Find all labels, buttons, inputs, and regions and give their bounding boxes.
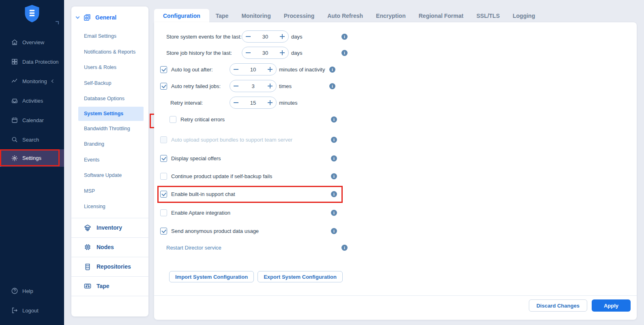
discard-changes-button[interactable]: Discard Changes bbox=[529, 299, 587, 312]
subnav-item-self-backup[interactable]: Self-Backup bbox=[71, 75, 148, 91]
auto-logout-stepper[interactable]: 10 bbox=[230, 63, 277, 75]
subnav-item-software-update[interactable]: Software Update bbox=[71, 168, 148, 183]
decrement-button[interactable] bbox=[242, 31, 254, 42]
sidebar-item-data-protection[interactable]: Data Protection bbox=[0, 52, 64, 71]
subnav-section-nodes[interactable]: Nodes bbox=[71, 237, 148, 257]
tab-monitoring[interactable]: Monitoring bbox=[235, 9, 277, 22]
sidebar-item-label: Help bbox=[22, 288, 33, 294]
decrement-button[interactable] bbox=[230, 80, 242, 92]
sidebar-item-monitoring[interactable]: Monitoring bbox=[0, 71, 64, 91]
export-config-button[interactable]: Export System Configuration bbox=[258, 271, 343, 282]
anonymous-data-checkbox[interactable] bbox=[160, 228, 167, 235]
field-label: Continue product update if self-backup f… bbox=[171, 173, 272, 179]
config-buttons: Import System Configuration Export Syste… bbox=[169, 271, 343, 282]
subnav-item-email-settings[interactable]: Email Settings bbox=[71, 28, 148, 44]
continue-update-checkbox[interactable] bbox=[160, 173, 167, 180]
sidebar-item-help[interactable]: Help bbox=[0, 281, 64, 301]
info-icon[interactable] bbox=[329, 83, 335, 89]
info-icon[interactable] bbox=[331, 137, 337, 143]
stepper-value[interactable]: 30 bbox=[254, 34, 276, 40]
decrement-button[interactable] bbox=[230, 97, 242, 108]
decrement-button[interactable] bbox=[230, 64, 242, 75]
decrement-button[interactable] bbox=[242, 47, 254, 58]
aptare-checkbox[interactable] bbox=[160, 209, 167, 216]
auto-logout-checkbox[interactable] bbox=[160, 66, 167, 73]
subnav-sections: Inventory Nodes Repositories Tape bbox=[71, 218, 148, 316]
increment-button[interactable] bbox=[264, 97, 276, 108]
subnav-item-msp[interactable]: MSP bbox=[71, 183, 148, 199]
subnav-item-notifications-reports[interactable]: Notifications & Reports bbox=[71, 44, 148, 60]
subnav-section-label: General bbox=[95, 14, 116, 21]
chevron-left-icon[interactable] bbox=[51, 80, 54, 83]
stepper-value[interactable]: 3 bbox=[242, 83, 264, 89]
info-icon[interactable] bbox=[331, 155, 337, 161]
row-auto-upload-bundles: Auto upload support bundles to support t… bbox=[160, 133, 499, 146]
subnav-item-system-settings[interactable]: System Settings bbox=[78, 107, 144, 121]
app-logo[interactable] bbox=[0, 4, 64, 24]
sidebar-footer: Help Logout bbox=[0, 281, 64, 320]
retry-critical-checkbox[interactable] bbox=[170, 116, 176, 123]
retry-interval-stepper[interactable]: 15 bbox=[230, 97, 277, 109]
info-icon[interactable] bbox=[331, 191, 337, 197]
subnav-item-database-options[interactable]: Database Options bbox=[71, 91, 148, 107]
sidebar-item-overview[interactable]: Overview bbox=[0, 32, 64, 52]
subnav-item-branding[interactable]: Branding bbox=[71, 136, 148, 152]
increment-button[interactable] bbox=[264, 64, 276, 75]
restart-director-link[interactable]: Restart Director service bbox=[166, 245, 221, 251]
info-icon[interactable] bbox=[331, 228, 337, 234]
subnav-item-users-roles[interactable]: Users & Roles bbox=[71, 60, 148, 75]
subnav-section-repositories[interactable]: Repositories bbox=[71, 257, 148, 276]
increment-button[interactable] bbox=[264, 80, 276, 92]
info-icon[interactable] bbox=[341, 245, 348, 251]
row-store-system-events: Store system events for the last: 30 day… bbox=[166, 30, 499, 43]
tab-encryption[interactable]: Encryption bbox=[369, 9, 412, 22]
field-label: Display special offers bbox=[171, 155, 221, 161]
info-icon[interactable] bbox=[331, 116, 337, 123]
search-icon bbox=[11, 136, 18, 143]
sidebar-item-calendar[interactable]: Calendar bbox=[0, 110, 64, 130]
increment-button[interactable] bbox=[276, 47, 288, 58]
import-config-button[interactable]: Import System Configuration bbox=[169, 271, 254, 282]
apply-button[interactable]: Apply bbox=[592, 299, 631, 312]
job-history-stepper[interactable]: 30 bbox=[242, 47, 289, 59]
field-label: Auto log out after: bbox=[171, 67, 213, 73]
auto-retry-stepper[interactable]: 3 bbox=[230, 80, 277, 92]
unit-label: times bbox=[279, 83, 292, 89]
info-icon[interactable] bbox=[331, 173, 337, 179]
row-display-special-offers: Display special offers bbox=[160, 152, 499, 164]
info-icon[interactable] bbox=[341, 34, 348, 40]
sidebar-item-activities[interactable]: Activities bbox=[0, 91, 64, 110]
sidebar-item-logout[interactable]: Logout bbox=[0, 301, 64, 320]
tab-auto-refresh[interactable]: Auto Refresh bbox=[321, 9, 369, 22]
chart-line-icon bbox=[11, 77, 18, 85]
increment-button[interactable] bbox=[276, 31, 288, 42]
subnav-item-bandwidth-throttling[interactable]: Bandwidth Throttling bbox=[71, 121, 148, 137]
tab-logging[interactable]: Logging bbox=[506, 9, 541, 22]
tab-processing[interactable]: Processing bbox=[277, 9, 321, 22]
sidebar-collapse-icon[interactable] bbox=[56, 21, 59, 24]
sidebar-item-search[interactable]: Search bbox=[0, 130, 64, 149]
special-offers-checkbox[interactable] bbox=[160, 155, 167, 162]
stepper-value[interactable]: 15 bbox=[242, 100, 264, 106]
stepper-value[interactable]: 10 bbox=[242, 67, 264, 73]
info-icon[interactable] bbox=[331, 210, 337, 216]
subnav-item-licensing[interactable]: Licensing bbox=[71, 199, 148, 215]
tab-regional-format[interactable]: Regional Format bbox=[412, 9, 470, 22]
info-icon[interactable] bbox=[341, 50, 348, 56]
sidebar-item-settings[interactable]: Settings bbox=[0, 149, 64, 167]
auto-retry-checkbox[interactable] bbox=[160, 83, 167, 90]
row-enable-aptare: Enable Aptare integration bbox=[160, 207, 499, 219]
tab-ssl-tls[interactable]: SSL/TLS bbox=[470, 9, 507, 22]
subnav-section-inventory[interactable]: Inventory bbox=[71, 218, 148, 237]
store-events-stepper[interactable]: 30 bbox=[242, 30, 289, 43]
subnav-item-events[interactable]: Events bbox=[71, 152, 148, 168]
tab-tape[interactable]: Tape bbox=[209, 9, 235, 22]
field-label: Store system events for the last: bbox=[166, 34, 242, 40]
tab-configuration[interactable]: Configuration bbox=[154, 9, 209, 22]
calendar-icon bbox=[11, 116, 18, 124]
info-icon[interactable] bbox=[329, 67, 335, 73]
support-chat-checkbox[interactable] bbox=[160, 191, 167, 198]
subnav-section-general[interactable]: General bbox=[71, 6, 148, 23]
stepper-value[interactable]: 30 bbox=[254, 50, 276, 56]
subnav-section-tape[interactable]: Tape bbox=[71, 276, 148, 296]
